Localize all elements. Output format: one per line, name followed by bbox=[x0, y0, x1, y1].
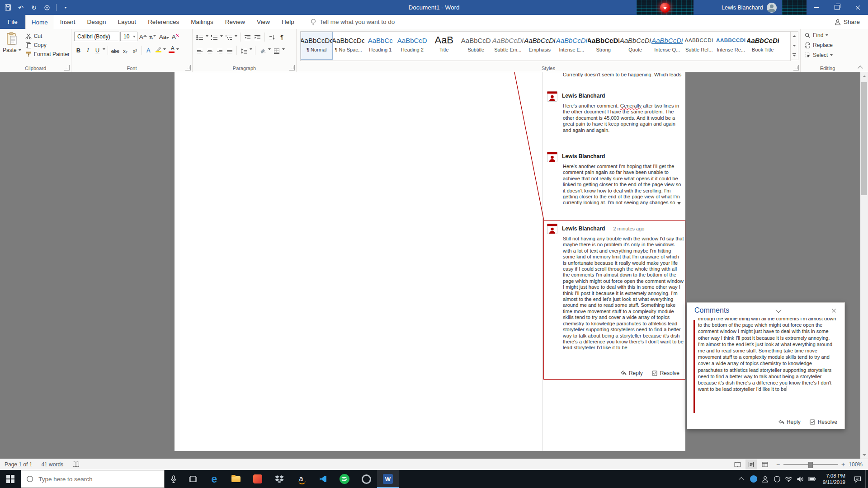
search-input[interactable] bbox=[38, 475, 159, 483]
shading-dropdown[interactable] bbox=[268, 48, 271, 50]
style-book-title[interactable]: AaBbCcDiBook Title bbox=[747, 32, 779, 60]
tab-mailings[interactable]: Mailings bbox=[185, 15, 219, 29]
touch-mode-icon[interactable] bbox=[43, 3, 51, 12]
font-family-combo[interactable] bbox=[74, 32, 119, 41]
style-heading1[interactable]: AaBbCcHeading 1 bbox=[364, 32, 396, 60]
taskbar-app-pinned2[interactable] bbox=[355, 470, 377, 488]
underline-dropdown[interactable] bbox=[103, 48, 105, 50]
font-size-input[interactable] bbox=[123, 33, 132, 40]
find-button[interactable]: Find bbox=[803, 32, 853, 39]
align-right-button[interactable] bbox=[215, 45, 224, 55]
page-indicator[interactable]: Page 1 of 1 bbox=[0, 461, 37, 468]
account-area[interactable]: Lewis Blanchard bbox=[722, 0, 777, 15]
selected-comment-card[interactable]: Lewis Blanchard 2 minutes ago Still not … bbox=[543, 220, 685, 380]
zoom-slider[interactable] bbox=[783, 464, 838, 465]
borders-dropdown[interactable] bbox=[282, 48, 285, 50]
taskbar-app-word[interactable]: W bbox=[377, 470, 399, 488]
sort-button[interactable] bbox=[268, 32, 276, 42]
highlight-dropdown[interactable] bbox=[163, 48, 166, 50]
people-icon[interactable] bbox=[760, 470, 771, 488]
action-center-button[interactable] bbox=[850, 470, 865, 488]
bullets-button[interactable] bbox=[195, 32, 204, 42]
paragraph-dialog-launcher[interactable] bbox=[289, 65, 295, 70]
numbering-dropdown[interactable] bbox=[220, 35, 223, 37]
tab-home[interactable]: Home bbox=[25, 15, 54, 29]
tab-review[interactable]: Review bbox=[219, 15, 251, 29]
strikethrough-button[interactable]: abc bbox=[110, 45, 120, 55]
zoom-slider-thumb[interactable] bbox=[808, 462, 813, 468]
style-intense-reference[interactable]: AABBCCDIIntense Re... bbox=[715, 32, 747, 60]
font-color-button[interactable]: A bbox=[167, 45, 175, 55]
styles-more-button[interactable] bbox=[791, 50, 798, 60]
reply-button[interactable]: Reply bbox=[778, 419, 801, 425]
read-mode-button[interactable] bbox=[732, 460, 744, 469]
account-avatar[interactable] bbox=[767, 3, 777, 13]
style-emphasis[interactable]: AaBbCcDiEmphasis bbox=[524, 32, 556, 60]
tray-app-icon[interactable] bbox=[748, 470, 760, 488]
taskbar-app-spotify[interactable] bbox=[334, 470, 355, 488]
replace-button[interactable]: Replace bbox=[803, 42, 853, 49]
tab-design[interactable]: Design bbox=[81, 15, 112, 29]
text-effects-button[interactable]: A bbox=[144, 45, 153, 55]
bullets-dropdown[interactable] bbox=[206, 35, 208, 37]
font-color-dropdown[interactable] bbox=[176, 48, 179, 50]
highlight-color-button[interactable] bbox=[154, 45, 162, 55]
volume-icon[interactable] bbox=[795, 470, 807, 488]
tab-insert[interactable]: Insert bbox=[54, 15, 81, 29]
align-left-button[interactable] bbox=[195, 45, 204, 55]
format-painter-button[interactable]: Format Painter bbox=[24, 51, 71, 58]
comment-overflow-indicator[interactable] bbox=[677, 202, 681, 205]
font-dialog-launcher[interactable] bbox=[185, 65, 191, 70]
undo-icon[interactable]: ↶ bbox=[17, 3, 25, 12]
record-button-icon[interactable] bbox=[660, 3, 670, 13]
cut-button[interactable]: Cut bbox=[24, 33, 71, 40]
screen-recorder-widget[interactable] bbox=[637, 0, 693, 15]
comments-panel[interactable]: Comments through the whole thing with al… bbox=[687, 302, 845, 429]
zoom-out-button[interactable]: − bbox=[776, 461, 780, 468]
line-spacing-button[interactable] bbox=[240, 45, 248, 55]
show-paragraph-marks-button[interactable]: ¶ bbox=[278, 32, 286, 42]
style-normal[interactable]: AaBbCcDc¶ Normal bbox=[301, 32, 333, 60]
clear-formatting-button[interactable]: A bbox=[171, 32, 180, 41]
multilevel-list-button[interactable] bbox=[224, 32, 233, 42]
tell-me-box[interactable]: Tell me what you want to do bbox=[310, 15, 395, 29]
font-size-combo[interactable] bbox=[120, 32, 137, 41]
increase-indent-button[interactable] bbox=[253, 32, 262, 42]
line-spacing-dropdown[interactable] bbox=[250, 48, 252, 50]
word-count[interactable]: 41 words bbox=[37, 461, 68, 468]
tab-help[interactable]: Help bbox=[276, 15, 300, 29]
taskbar-app-amazon[interactable]: a bbox=[290, 470, 312, 488]
reply-button[interactable]: Reply bbox=[621, 370, 643, 376]
underline-button[interactable]: U bbox=[93, 45, 102, 55]
redo-icon[interactable]: ↻ bbox=[30, 3, 38, 12]
numbering-button[interactable] bbox=[210, 32, 219, 42]
start-button[interactable] bbox=[0, 470, 21, 488]
scrollbar-thumb[interactable] bbox=[861, 82, 867, 195]
tab-file[interactable]: File bbox=[0, 15, 25, 29]
security-shield-icon[interactable] bbox=[771, 470, 783, 488]
copy-button[interactable]: Copy bbox=[24, 42, 71, 49]
style-title[interactable]: AaBTitle bbox=[428, 32, 460, 60]
collapse-ribbon-button[interactable] bbox=[857, 66, 863, 70]
style-intense-emphasis[interactable]: AaBbCcDiIntense E... bbox=[556, 32, 588, 60]
close-button[interactable] bbox=[847, 0, 868, 15]
show-desktop-button[interactable] bbox=[865, 470, 868, 488]
customize-qat-icon[interactable] bbox=[61, 3, 70, 12]
taskbar-app-file-explorer[interactable] bbox=[225, 470, 247, 488]
style-subtle-emphasis[interactable]: AaBbCcDiSubtle Em... bbox=[492, 32, 524, 60]
grow-font-button[interactable]: A bbox=[138, 32, 148, 41]
style-subtitle[interactable]: AaBbCcDSubtitle bbox=[460, 32, 492, 60]
web-layout-button[interactable] bbox=[759, 460, 771, 469]
change-case-button[interactable]: Aa bbox=[158, 32, 170, 41]
task-view-button[interactable] bbox=[183, 470, 203, 488]
comment-card[interactable]: Lewis Blanchard Here's another comment I… bbox=[547, 152, 685, 208]
share-button[interactable]: Share bbox=[835, 15, 860, 29]
style-no-spacing[interactable]: AaBbCcDc¶ No Spac... bbox=[333, 32, 365, 60]
superscript-button[interactable]: x² bbox=[131, 45, 139, 55]
panel-comment-text-wrap[interactable]: through the whole thing with all the com… bbox=[698, 318, 837, 416]
comment-card[interactable]: Lewis Blanchard Here's another comment. … bbox=[547, 91, 685, 136]
style-subtle-reference[interactable]: AABBCCDISubtle Ref... bbox=[683, 32, 715, 60]
taskbar-app-vscode[interactable] bbox=[312, 470, 334, 488]
taskbar-clock[interactable]: 7:08 PM 9/11/2019 bbox=[818, 470, 850, 488]
style-strong[interactable]: AaBbCcDiStrong bbox=[588, 32, 620, 60]
